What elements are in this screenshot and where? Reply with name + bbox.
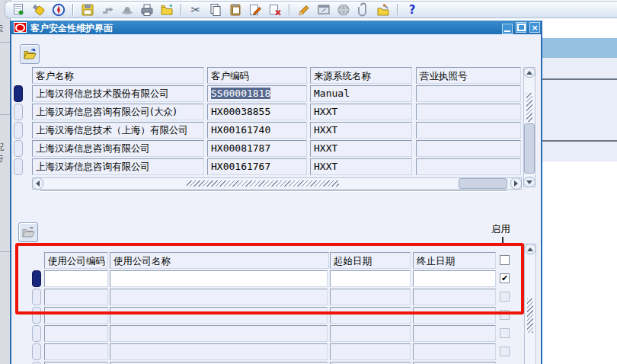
record-selector[interactable] — [32, 325, 41, 342]
source-system-field[interactable]: HXXT — [310, 122, 412, 139]
clipped-text: 配 — [0, 142, 4, 153]
end-date-input[interactable] — [413, 325, 496, 342]
copy-icon[interactable] — [208, 2, 223, 18]
company-name-input[interactable] — [110, 325, 328, 342]
company-name-input[interactable] — [110, 307, 328, 324]
customer-name-field[interactable]: 上海汉海信息技术（上海）有限公司 — [32, 122, 204, 139]
end-date-input[interactable] — [413, 343, 496, 360]
new-icon[interactable] — [11, 2, 27, 18]
customer-security-window: 客户安全性维护界面 × 客户名称 客户编码 来源系统名称 营业执照号 上海汉得信… — [10, 21, 542, 364]
customer-code-field[interactable]: HX00161740 — [207, 122, 307, 139]
company-code-input[interactable] — [44, 270, 108, 287]
zoom-icon[interactable] — [316, 2, 331, 18]
source-system-field[interactable]: HXXT — [310, 140, 412, 157]
business-license-field[interactable] — [416, 122, 521, 139]
source-system-field[interactable]: HXXT — [310, 158, 412, 175]
end-date-input[interactable] — [413, 289, 496, 305]
enabled-checkbox[interactable] — [500, 346, 510, 356]
folder-tools-icon[interactable] — [376, 2, 391, 18]
end-date-input[interactable] — [413, 307, 496, 324]
enabled-checkbox[interactable]: ✔ — [500, 273, 510, 283]
help-icon[interactable]: ? — [404, 2, 420, 18]
enabled-checkbox-header[interactable] — [500, 255, 510, 265]
edit-field-icon[interactable] — [296, 2, 312, 18]
record-selector[interactable] — [14, 122, 23, 139]
customer-code-field[interactable]: SS00001818 — [207, 85, 307, 102]
company-code-input[interactable] — [44, 289, 108, 305]
start-date-input[interactable] — [330, 343, 411, 360]
section-divider — [40, 190, 507, 192]
business-license-field[interactable] — [416, 140, 521, 157]
edit-icon[interactable] — [248, 2, 263, 18]
customer-code-field[interactable]: HX00161767 — [207, 158, 307, 175]
clear-record-icon[interactable] — [267, 2, 283, 18]
source-system-field[interactable]: HXXT — [310, 104, 412, 120]
company-code-input[interactable] — [44, 307, 108, 324]
record-selector[interactable] — [14, 85, 23, 102]
company-code-input[interactable] — [44, 343, 108, 360]
paste-icon[interactable] — [228, 2, 243, 18]
company-name-input[interactable] — [110, 343, 328, 360]
scroll-left-button[interactable] — [32, 177, 43, 190]
customer-name-field[interactable]: 上海汉涛信息咨询有限公司(大众) — [32, 104, 204, 120]
start-date-input[interactable] — [330, 289, 411, 305]
customer-name-field[interactable]: 上海汉得信息技术股份有限公司 — [32, 85, 204, 102]
scrollbar-thumb[interactable] — [459, 178, 507, 189]
customer-name-field[interactable]: 上海汉涛信息咨询有限公司 — [32, 140, 204, 157]
enabled-checkbox[interactable] — [500, 328, 510, 338]
background-header-band — [542, 38, 617, 58]
column-header-company-code: 使用公司编码 — [44, 252, 108, 269]
scrollbar-thumb[interactable] — [524, 123, 535, 174]
scroll-up-button[interactable] — [524, 244, 536, 254]
company-code-input[interactable] — [44, 325, 108, 342]
customer-code-field[interactable]: HX00081787 — [207, 140, 307, 157]
business-license-field[interactable] — [416, 85, 521, 102]
translations-icon[interactable] — [336, 2, 351, 18]
window-titlebar[interactable]: 客户安全性维护界面 × — [11, 21, 541, 34]
divider — [0, 42, 10, 43]
company-name-input[interactable] — [110, 289, 328, 305]
record-selector[interactable] — [14, 104, 23, 120]
print-icon[interactable] — [139, 2, 155, 18]
scroll-right-button[interactable] — [510, 177, 522, 190]
enabled-column-label: 启用 — [491, 223, 510, 236]
business-license-field[interactable] — [416, 158, 521, 175]
minimize-button[interactable] — [502, 24, 513, 34]
maximize-button[interactable] — [516, 22, 526, 33]
record-selector[interactable] — [32, 343, 41, 360]
show-navigator-icon[interactable] — [51, 2, 66, 18]
customer-code-field[interactable]: HX00038855 — [207, 104, 307, 120]
start-date-input[interactable] — [330, 270, 411, 287]
close-button[interactable]: × — [529, 22, 540, 33]
selected-text: SS00001818 — [211, 88, 270, 99]
cut-icon[interactable]: ✂ — [188, 2, 203, 18]
find-icon[interactable] — [31, 2, 46, 18]
next-step-icon[interactable] — [100, 2, 115, 18]
record-selector[interactable] — [32, 289, 41, 305]
column-header-business-license: 营业执照号 — [416, 67, 521, 84]
enabled-checkbox[interactable] — [500, 310, 510, 320]
folder-open-button[interactable] — [20, 44, 40, 64]
customer-name-field[interactable]: 上海汉涛信息咨询有限公司 — [32, 158, 204, 175]
scroll-up-button[interactable] — [523, 67, 535, 78]
start-date-input[interactable] — [330, 325, 411, 342]
record-selector[interactable] — [14, 140, 23, 157]
toolbar-separator — [181, 4, 182, 15]
close-form-icon[interactable] — [159, 2, 174, 18]
record-selector[interactable] — [32, 307, 41, 324]
record-selector[interactable] — [32, 270, 41, 287]
company-name-input[interactable] — [110, 270, 328, 287]
save-icon[interactable] — [80, 2, 95, 18]
record-selector[interactable] — [14, 158, 23, 175]
enabled-label-tick — [502, 237, 504, 243]
attachments-icon[interactable] — [356, 2, 371, 18]
folder-open-button-disabled[interactable] — [18, 222, 38, 242]
switch-responsibility-icon[interactable] — [120, 2, 135, 18]
end-date-input[interactable] — [413, 270, 496, 287]
start-date-input[interactable] — [330, 307, 411, 324]
enabled-checkbox[interactable] — [500, 292, 510, 302]
scroll-down-button[interactable] — [523, 177, 535, 187]
business-license-field[interactable] — [416, 104, 521, 120]
source-system-field[interactable]: Manual — [310, 85, 412, 102]
toolbar-separator — [72, 4, 74, 15]
